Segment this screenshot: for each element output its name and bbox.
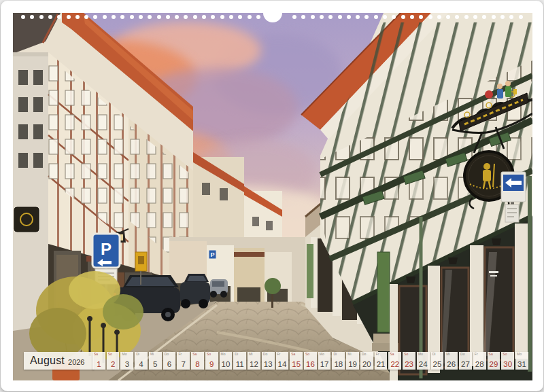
calendar-day-cell: Di4 bbox=[135, 352, 148, 370]
calendar-day-cell: Fr21 bbox=[375, 352, 388, 370]
month-label: August bbox=[30, 355, 65, 367]
year-label: 2026 bbox=[68, 356, 84, 366]
binding-hole bbox=[401, 15, 405, 19]
binding-hole bbox=[473, 15, 477, 19]
binding-hole bbox=[229, 15, 233, 19]
calendar-days: Sa1So2Mo3Di4Mi5Do6Fr7Sa8So9Mo10Di11Mi12D… bbox=[92, 352, 528, 370]
calendar-day-cell: Do6 bbox=[163, 352, 176, 370]
calendar-day-cell: Mo17 bbox=[318, 352, 331, 370]
binding-hole bbox=[157, 15, 161, 19]
calendar-day-cell: Sa15 bbox=[290, 352, 303, 370]
binding-hole bbox=[139, 15, 143, 19]
calendar-day-cell: Mi19 bbox=[346, 352, 359, 370]
calendar-day-cell: Di25 bbox=[431, 352, 444, 370]
binding-hole bbox=[220, 15, 224, 19]
binding-hole bbox=[338, 15, 342, 19]
binding-hole bbox=[248, 15, 252, 19]
calendar-day-cell: Do20 bbox=[360, 352, 373, 370]
calendar-day-cell: Sa8 bbox=[191, 352, 204, 370]
calendar-day-cell: Fr14 bbox=[276, 352, 289, 370]
calendar-photo: P P bbox=[13, 13, 532, 380]
calendar-page: P P bbox=[1, 1, 543, 391]
binding-hole bbox=[500, 15, 505, 19]
binding-hole bbox=[437, 15, 441, 19]
calendar-day-cell: Sa1 bbox=[92, 352, 105, 370]
binding-hole bbox=[202, 15, 206, 19]
binding-hole bbox=[75, 15, 80, 19]
calendar-day-cell: Do27 bbox=[459, 352, 472, 370]
binding-hole bbox=[464, 15, 469, 19]
calendar-day-cell: Di11 bbox=[233, 352, 246, 370]
calendar-day-cell: Fr28 bbox=[473, 352, 486, 370]
calendar-day-cell: Sa29 bbox=[488, 352, 500, 370]
binding-hole bbox=[193, 15, 197, 19]
binding-hole bbox=[320, 15, 324, 19]
parking-sign-label: P bbox=[101, 240, 112, 258]
calendar-day-cell: Mo3 bbox=[120, 352, 133, 370]
calendar-day-cell: So30 bbox=[501, 352, 514, 370]
calendar-day-cell: Do13 bbox=[262, 352, 275, 370]
calendar-day-cell: Mo10 bbox=[220, 352, 233, 370]
calendar-day-cell: Fr7 bbox=[177, 352, 190, 370]
binding-hole bbox=[130, 15, 134, 19]
calendar-day-cell: Mi12 bbox=[248, 352, 260, 370]
binding-hole bbox=[428, 15, 432, 19]
binding-hole bbox=[311, 15, 315, 19]
calendar-day-cell: Mi26 bbox=[445, 352, 458, 370]
hanger-notch bbox=[263, 3, 282, 22]
calendar-day-cell: Mo24 bbox=[417, 352, 430, 370]
calendar-day-cell: So2 bbox=[107, 352, 120, 370]
binding-hole bbox=[292, 15, 296, 19]
calendar-day-cell: Mo31 bbox=[515, 352, 528, 370]
binding-hole bbox=[103, 15, 107, 19]
binding-hole bbox=[410, 15, 414, 19]
binding-hole bbox=[39, 15, 44, 19]
calendar-day-cell: Mi5 bbox=[149, 352, 162, 370]
binding-hole bbox=[256, 15, 260, 19]
month-label-box: August 2026 bbox=[24, 352, 94, 370]
binding-hole bbox=[48, 15, 52, 19]
binding-hole bbox=[21, 15, 25, 19]
binding-hole bbox=[67, 15, 71, 19]
calendar-day-cell: Di18 bbox=[332, 352, 345, 370]
binding-hole bbox=[383, 15, 387, 19]
binding-hole bbox=[166, 15, 170, 19]
binding-hole bbox=[492, 15, 496, 19]
binding-hole bbox=[519, 15, 523, 19]
binding-hole bbox=[347, 15, 351, 19]
calendar-day-cell: So23 bbox=[403, 352, 415, 370]
binding-hole bbox=[112, 15, 116, 19]
calendar-day-cell: Sa22 bbox=[388, 352, 401, 370]
small-parking-sign: P bbox=[209, 250, 216, 259]
calendar-day-cell: So9 bbox=[205, 352, 218, 370]
binding-hole bbox=[374, 15, 378, 19]
calendar-day-cell: So16 bbox=[304, 352, 317, 370]
svg-text:P: P bbox=[210, 251, 214, 258]
